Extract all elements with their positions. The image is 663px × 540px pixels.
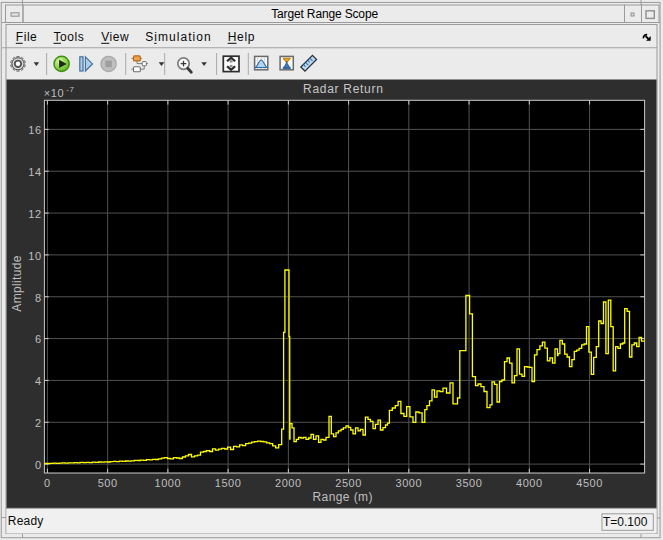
svg-text:Simulation: Simulation (145, 30, 212, 44)
svg-text:View: View (101, 30, 129, 44)
svg-text:T=0.100: T=0.100 (603, 515, 648, 529)
svg-text:14: 14 (28, 166, 41, 178)
svg-text:4500: 4500 (576, 477, 603, 489)
svg-text:Amplitude: Amplitude (10, 255, 24, 312)
svg-text:4: 4 (35, 375, 42, 387)
svg-text:1000: 1000 (155, 477, 182, 489)
svg-text:Radar Return: Radar Return (303, 82, 383, 96)
svg-text:Range (m): Range (m) (313, 490, 373, 504)
svg-text:2: 2 (35, 417, 42, 429)
svg-text:2000: 2000 (275, 477, 302, 489)
svg-text:6: 6 (35, 333, 42, 345)
svg-text:0: 0 (35, 459, 42, 471)
svg-text:Target Range Scope: Target Range Scope (271, 7, 378, 21)
svg-text:8: 8 (35, 292, 42, 304)
svg-text:16: 16 (28, 124, 41, 136)
svg-text:×10: ×10 (44, 87, 64, 99)
svg-text:File: File (16, 30, 38, 44)
svg-text:3500: 3500 (456, 477, 483, 489)
svg-text:1500: 1500 (215, 477, 242, 489)
svg-text:2500: 2500 (335, 477, 362, 489)
svg-text:10: 10 (28, 250, 41, 262)
svg-text:Help: Help (228, 30, 255, 44)
svg-text:4000: 4000 (516, 477, 543, 489)
svg-text:0: 0 (44, 477, 51, 489)
svg-text:-7: -7 (66, 85, 74, 94)
svg-text:Tools: Tools (54, 30, 85, 44)
svg-text:3000: 3000 (396, 477, 423, 489)
svg-text:500: 500 (98, 477, 118, 489)
svg-text:12: 12 (28, 208, 41, 220)
svg-text:Ready: Ready (8, 514, 44, 528)
